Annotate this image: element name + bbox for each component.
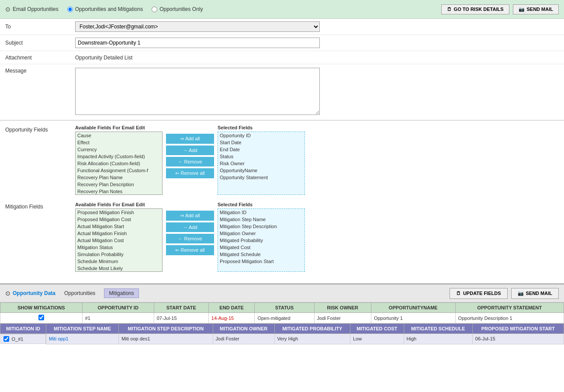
- list-item[interactable]: Mitigation ID: [218, 209, 304, 216]
- opportunity-available-panel: Available Fields For Email Edit Cause Ef…: [75, 125, 163, 195]
- opportunities-and-mitigations-option[interactable]: Opportunities and Mitigations: [67, 6, 143, 12]
- mit-checkbox[interactable]: [3, 336, 9, 342]
- list-item[interactable]: Recovery Plan Description: [76, 181, 162, 188]
- mitigation-table: MITIGATION ID MITIGATION STEP NAME MITIG…: [0, 323, 564, 344]
- mit-col-proposed-start: PROPOSED MITIGATION START: [472, 324, 564, 334]
- mit-cell-schedule: High: [404, 334, 472, 344]
- list-item[interactable]: Mitigation Step Name: [218, 216, 304, 223]
- top-bar: ⊙ Email Opportunities Opportunities and …: [0, 0, 564, 19]
- list-item[interactable]: Opportunity ID: [218, 132, 304, 139]
- opportunity-data-tab[interactable]: ⊙ Opportunity Data: [5, 290, 55, 297]
- to-row: To Foster,Jodi<JFoster@gmail.com>: [0, 19, 564, 35]
- mitigations-tab[interactable]: Mitigations: [104, 288, 138, 298]
- list-item[interactable]: OpportunityName: [218, 167, 304, 174]
- data-toolbar-right: 🗒 UPDATE FIELDS 📷 SEND MAIL: [450, 288, 559, 299]
- mit-add-all-button[interactable]: ⇒ Add all: [166, 211, 214, 221]
- mitigation-selected-listbox[interactable]: Mitigation ID Mitigation Step Name Mitig…: [218, 208, 305, 272]
- list-item[interactable]: Simulation Probability: [76, 251, 162, 258]
- opportunities-mitigations-radio[interactable]: [67, 7, 73, 12]
- list-item[interactable]: Recovery Plan Notes: [76, 188, 162, 195]
- cell-status: Open-mitigated: [255, 313, 314, 323]
- mitigation-available-title: Available Fields For Email Edit: [75, 202, 163, 207]
- mit-col-step-name: MITIGATION STEP NAME: [46, 324, 119, 334]
- top-bar-right: 🗒 GO TO RISK DETAILS 📷 SEND MAIL: [441, 4, 559, 14]
- list-item[interactable]: Effect: [76, 139, 162, 146]
- list-item[interactable]: Mitigated Probability: [218, 237, 304, 244]
- list-item[interactable]: Actual Mitigation Finish: [76, 230, 162, 237]
- list-item[interactable]: Functional Assignment (Custom-f: [76, 167, 162, 174]
- mit-remove-all-button[interactable]: ⇐ Remove all: [166, 245, 214, 255]
- list-item[interactable]: Mitigated Schedule: [218, 251, 304, 258]
- mitigation-available-listbox[interactable]: Proposed Mitigation Finish Proposed Miti…: [75, 208, 163, 272]
- cell-opportunity-name: Opportunity 1: [371, 313, 455, 323]
- list-item[interactable]: Schedule Most Likely: [76, 265, 162, 272]
- to-select[interactable]: Foster,Jodi<JFoster@gmail.com>: [75, 21, 320, 32]
- list-item[interactable]: Schedule Minimum: [76, 258, 162, 265]
- subject-field[interactable]: Downstream-Opportunity 1: [75, 38, 320, 48]
- update-fields-button[interactable]: 🗒 UPDATE FIELDS: [450, 288, 508, 299]
- to-label: To: [5, 24, 75, 30]
- list-item[interactable]: Recovery Plan Name: [76, 174, 162, 181]
- mitigation-available-panel: Available Fields For Email Edit Proposed…: [75, 202, 163, 272]
- col-status: STATUS: [255, 303, 314, 313]
- list-item[interactable]: Status: [218, 153, 304, 160]
- list-item[interactable]: Mitigated Cost: [218, 244, 304, 251]
- opportunities-only-radio[interactable]: [152, 7, 157, 12]
- to-field[interactable]: Foster,Jodi<JFoster@gmail.com>: [75, 21, 320, 32]
- opp-add-button[interactable]: → Add: [166, 146, 214, 155]
- mit-add-button[interactable]: → Add: [166, 222, 214, 232]
- list-item[interactable]: Risk Owner: [218, 160, 304, 167]
- list-item[interactable]: Impacted Activity (Custom-field): [76, 153, 162, 160]
- opportunities-only-option[interactable]: Opportunities Only: [152, 6, 203, 12]
- subject-input[interactable]: Downstream-Opportunity 1: [75, 38, 320, 48]
- cell-opportunity-id: #1: [82, 313, 154, 323]
- attachment-row: Attachment Opportunity Detailed List: [0, 51, 564, 64]
- list-item[interactable]: Risk Allocation (Custom-field): [76, 160, 162, 167]
- send-mail-bottom-button[interactable]: 📷 SEND MAIL: [511, 288, 559, 299]
- mit-remove-button[interactable]: ← Remove: [166, 234, 214, 243]
- send-mail-top-button[interactable]: 📷 SEND MAIL: [513, 4, 559, 14]
- opportunity-selected-listbox[interactable]: Opportunity ID Start Date End Date Statu…: [218, 132, 305, 195]
- list-item[interactable]: Opportunity Statement: [218, 174, 304, 181]
- message-textarea[interactable]: [75, 68, 320, 115]
- table-row: O_#1 Miti opp1 Miti oop des1 Jodi Foster…: [0, 334, 564, 344]
- list-item[interactable]: Proposed Mitigation Finish: [76, 209, 162, 216]
- cell-show-mitigations[interactable]: [0, 313, 83, 323]
- opp-remove-all-button[interactable]: ⇐ Remove all: [166, 168, 214, 178]
- list-item[interactable]: Proposed Mitigation Cost: [76, 216, 162, 223]
- send-mail-top-icon: 📷: [519, 7, 525, 12]
- opp-remove-button[interactable]: ← Remove: [166, 157, 214, 167]
- mit-col-schedule: MITIGATED SCHEDULE: [404, 324, 472, 334]
- mit-col-probability: MITIGATED PROBABILITY: [274, 324, 350, 334]
- opportunity-table: SHOW MITIGATIONS OPPORTUNITY ID START DA…: [0, 302, 564, 323]
- go-to-risk-details-button[interactable]: 🗒 GO TO RISK DETAILS: [441, 4, 509, 14]
- opportunity-available-listbox[interactable]: Cause Effect Currency Impacted Activity …: [75, 132, 163, 195]
- show-mitigations-checkbox[interactable]: [38, 315, 44, 320]
- col-risk-owner: RISK OWNER: [314, 303, 371, 313]
- opp-add-all-button[interactable]: ⇒ Add all: [166, 134, 214, 144]
- list-item[interactable]: Currency: [76, 146, 162, 153]
- list-item[interactable]: Start Date: [218, 139, 304, 146]
- email-opportunities-option[interactable]: ⊙ Email Opportunities: [5, 6, 59, 13]
- data-toolbar: ⊙ Opportunity Data Opportunities Mitigat…: [0, 284, 564, 302]
- opportunities-tab-label[interactable]: Opportunities: [64, 290, 95, 296]
- col-opportunity-statement: OPPORTUNITY STATEMENT: [455, 303, 564, 313]
- update-fields-icon: 🗒: [456, 291, 461, 296]
- list-item[interactable]: Actual Mitigation Cost: [76, 237, 162, 244]
- attachment-value: Opportunity Detailed List: [75, 55, 320, 61]
- mit-col-step-desc: MITIGATION STEP DESCRIPTION: [119, 324, 213, 334]
- mitigation-selected-panel: Selected Fields Mitigation ID Mitigation…: [218, 202, 305, 272]
- list-item[interactable]: Mitigation Owner: [218, 230, 304, 237]
- message-field[interactable]: [75, 68, 320, 116]
- list-item[interactable]: Proposed Mitigation Start: [218, 258, 304, 265]
- cell-end-date: 14-Aug-15: [208, 313, 255, 323]
- list-item[interactable]: End Date: [218, 146, 304, 153]
- list-item[interactable]: Mitigation Step Description: [218, 223, 304, 230]
- list-item[interactable]: Mitigation Status: [76, 244, 162, 251]
- mit-cell-proposed-start: 06-Jul-15: [472, 334, 564, 344]
- mit-cell-step-desc: Miti oop des1: [119, 334, 213, 344]
- list-item[interactable]: Actual Mitigation Start: [76, 223, 162, 230]
- list-item[interactable]: Cause: [76, 132, 162, 139]
- subject-row: Subject Downstream-Opportunity 1: [0, 35, 564, 51]
- data-toolbar-left: ⊙ Opportunity Data Opportunities Mitigat…: [5, 288, 450, 298]
